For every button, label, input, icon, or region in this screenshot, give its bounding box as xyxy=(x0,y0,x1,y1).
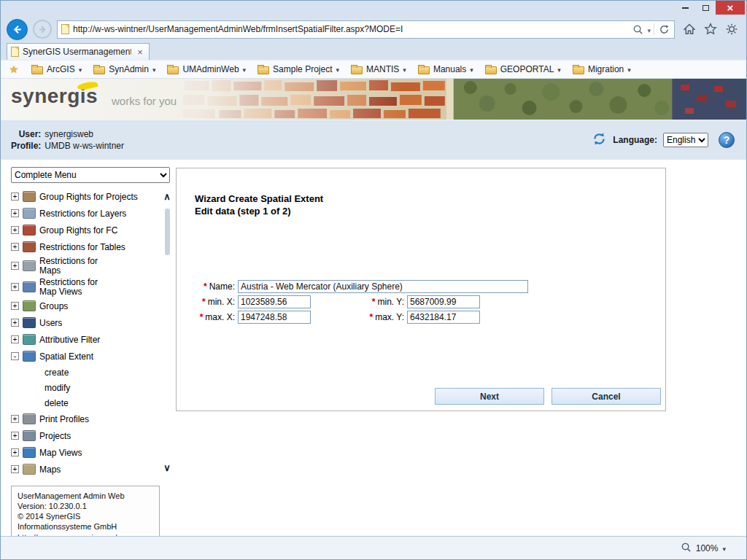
wizard-buttons: Next Cancel xyxy=(435,388,661,405)
required-marker: * xyxy=(370,312,374,322)
folder-icon xyxy=(93,66,105,74)
url-text[interactable]: http://w-ws-wintner/UserManagementAdminW… xyxy=(73,24,627,34)
scrollbar-thumb[interactable] xyxy=(165,209,170,255)
tree-expander-icon[interactable]: - xyxy=(11,352,19,360)
favorites-bar-item[interactable]: GEOPORTAL xyxy=(485,64,561,74)
max-x-input[interactable] xyxy=(238,311,311,324)
next-button[interactable]: Next xyxy=(435,388,544,405)
tree-expander-icon[interactable]: + xyxy=(11,465,19,473)
help-button[interactable] xyxy=(719,132,735,148)
zoom-control[interactable]: 100% xyxy=(681,542,726,555)
chevron-down-icon xyxy=(152,64,156,74)
home-icon[interactable] xyxy=(682,22,697,36)
tree-item[interactable]: create xyxy=(11,365,158,380)
chevron-down-icon xyxy=(403,64,406,74)
refresh-icon[interactable] xyxy=(657,23,670,36)
tree-item[interactable]: + Projects xyxy=(11,427,158,444)
favorites-bar: ArcGIS SynAdmin UMAdminWeb Sample Projec… xyxy=(1,60,746,79)
favorites-star-icon[interactable] xyxy=(703,22,718,36)
favorites-bar-item[interactable]: ArcGIS xyxy=(31,64,82,74)
min-y-input[interactable] xyxy=(407,295,480,308)
restrictions-layers-icon xyxy=(23,208,36,219)
settings-gear-icon[interactable] xyxy=(724,22,739,36)
folder-icon xyxy=(418,66,430,74)
favorites-bar-item[interactable]: MANTIS xyxy=(351,64,406,74)
tree-item[interactable]: modify xyxy=(11,380,158,395)
zoom-icon xyxy=(681,542,692,555)
reload-icon[interactable] xyxy=(592,131,607,149)
tree-item[interactable]: + Attributive Filter xyxy=(11,331,158,348)
browser-toolbar-icons xyxy=(680,22,739,36)
attributive-filter-icon xyxy=(23,334,36,345)
tree-item[interactable]: - Spatial Extent xyxy=(11,348,158,365)
user-profile-info: User: synergisweb Profile: UMDB w-ws-win… xyxy=(11,129,124,151)
tree-item[interactable]: + Users xyxy=(11,314,158,331)
required-marker: * xyxy=(200,312,204,322)
address-bar[interactable]: http://w-ws-wintner/UserManagementAdminW… xyxy=(57,20,675,39)
scroll-down-icon[interactable] xyxy=(163,461,171,474)
language-select[interactable]: English xyxy=(663,133,708,147)
browser-window: http://w-ws-wintner/UserManagementAdminW… xyxy=(0,0,747,560)
tree-item[interactable]: delete xyxy=(11,395,158,411)
name-input[interactable] xyxy=(238,280,528,293)
tree-expander-icon[interactable]: + xyxy=(11,432,19,440)
tree-expander-icon[interactable]: + xyxy=(11,319,19,327)
zoom-dropdown-icon[interactable] xyxy=(722,543,726,553)
synergis-link[interactable]: http://www.mysynergis.com/ xyxy=(18,532,117,536)
window-title-bar xyxy=(1,1,746,16)
tree-expander-icon[interactable]: + xyxy=(11,192,19,201)
wizard-panel: Wizard Create Spatial Extent Edit data (… xyxy=(176,168,666,411)
scroll-up-icon[interactable] xyxy=(163,190,171,203)
close-button[interactable] xyxy=(716,1,745,15)
address-dropdown-icon[interactable] xyxy=(647,23,651,36)
tree-expander-icon[interactable]: + xyxy=(11,448,19,456)
maximize-button[interactable] xyxy=(695,1,716,15)
tree-expander-icon[interactable]: + xyxy=(11,226,19,234)
favorites-bar-item[interactable]: SynAdmin xyxy=(93,64,155,74)
max-y-input[interactable] xyxy=(407,311,480,324)
browser-tab[interactable]: SynerGIS Usermanagement ... xyxy=(7,43,150,60)
tree-item[interactable]: + Group Rights for FC xyxy=(11,222,158,238)
tree-item[interactable]: + Restrictions for Map Views xyxy=(11,276,158,298)
favorites-bar-item[interactable]: Manuals xyxy=(418,64,473,74)
tree-expander-icon[interactable]: + xyxy=(11,302,19,310)
tree-expander-icon[interactable]: + xyxy=(11,262,19,270)
tab-title: SynerGIS Usermanagement ... xyxy=(23,47,131,57)
tree-expander-icon[interactable]: + xyxy=(11,209,19,217)
tree-item[interactable]: + Maps xyxy=(11,461,158,478)
tree-expander-icon[interactable]: + xyxy=(11,335,19,343)
back-arrow-icon xyxy=(11,23,23,36)
back-button[interactable] xyxy=(7,19,28,40)
tab-close-icon[interactable] xyxy=(135,47,145,58)
required-marker: * xyxy=(372,297,376,307)
favorites-bar-item[interactable]: UMAdminWeb xyxy=(167,64,246,74)
favorites-bar-item[interactable]: Sample Project xyxy=(258,64,339,74)
add-favorite-star-icon[interactable] xyxy=(8,63,20,75)
user-label: User: xyxy=(11,129,41,139)
search-icon[interactable] xyxy=(631,23,644,36)
content-area: Complete Menu + Group Rights for Project… xyxy=(1,160,746,536)
chevron-down-icon xyxy=(336,64,339,74)
tree-expander-icon[interactable]: + xyxy=(11,415,19,423)
tree-item[interactable]: + Group Rights for Projects xyxy=(11,188,158,205)
tree-expander-icon[interactable]: + xyxy=(11,243,19,251)
group-rights-fc-icon xyxy=(23,225,36,236)
cancel-button[interactable]: Cancel xyxy=(551,388,661,405)
tree-item[interactable]: + Restrictions for Layers xyxy=(11,205,158,222)
forward-arrow-icon xyxy=(37,24,48,35)
tree-item[interactable]: + Restrictions for Tables xyxy=(11,238,158,255)
restrictions-tables-icon xyxy=(23,241,36,252)
tree-item[interactable]: + Restrictions for Maps xyxy=(11,255,158,276)
tree-item[interactable]: + Print Profiles xyxy=(11,411,158,427)
user-info-bar: User: synergisweb Profile: UMDB w-ws-win… xyxy=(1,120,746,160)
min-x-input[interactable] xyxy=(238,295,311,308)
tree-item[interactable]: + Map Views xyxy=(11,444,158,461)
minimize-button[interactable] xyxy=(675,1,695,15)
tree-scrollbar[interactable] xyxy=(161,190,173,474)
forward-button[interactable] xyxy=(33,20,52,39)
favorites-bar-item[interactable]: Migration xyxy=(573,64,631,74)
tree-item[interactable]: + Groups xyxy=(11,298,158,314)
tree-expander-icon[interactable]: + xyxy=(11,283,19,291)
max-x-label: *max. X: xyxy=(177,312,238,322)
menu-filter-select[interactable]: Complete Menu xyxy=(11,167,170,183)
